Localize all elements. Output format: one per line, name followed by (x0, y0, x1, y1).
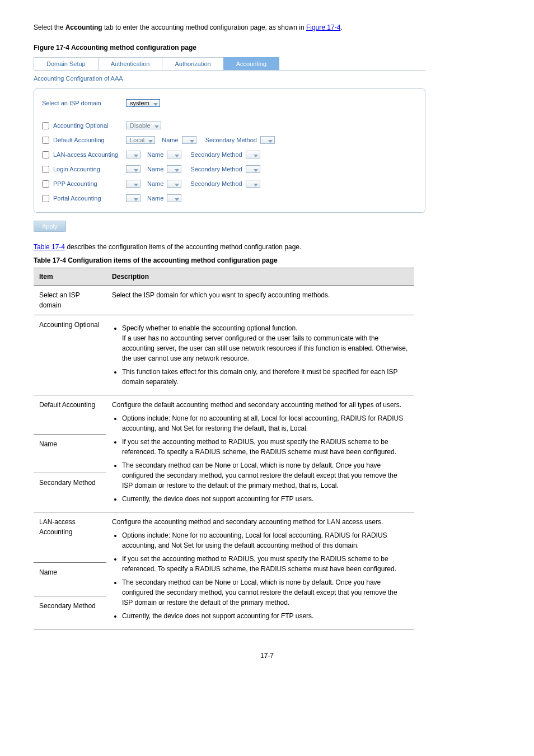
default-accounting-method-value: Local (126, 136, 155, 144)
default-accounting-secondary-label: Secondary Method (205, 137, 257, 143)
def-acct-b2: If you set the accounting method to RADI… (122, 437, 409, 457)
lan-access-secondary-select[interactable] (246, 151, 260, 158)
figure-17-4-link[interactable]: Figure 17-4 (306, 24, 340, 31)
accounting-config-screenshot: Domain Setup Authentication Authorizatio… (34, 57, 425, 232)
apply-button[interactable]: Apply (34, 221, 66, 232)
portal-accounting-input[interactable] (42, 195, 49, 202)
login-accounting-checkbox[interactable]: Login Accounting (42, 166, 126, 173)
lan-acct-b2: If you set the accounting method to RADI… (122, 554, 409, 574)
default-accounting-secondary-select[interactable] (260, 136, 275, 144)
td-accounting-optional-desc: Specify whether to enable the accounting… (106, 315, 414, 395)
intro-text: Select the Accounting tab to enter the a… (34, 22, 500, 32)
acct-opt-line1b: If a user has no accounting server confi… (122, 334, 407, 362)
table-desc-sentence: Table 17-4 describes the configuration i… (34, 243, 500, 251)
def-acct-b4: Currently, the device does not support a… (122, 494, 409, 504)
lan-access-name-label: Name (147, 151, 163, 158)
portal-accounting-name-select[interactable] (167, 194, 181, 202)
lan-acct-b1: Options include: None for no accounting,… (122, 530, 409, 550)
lan-access-accounting-label: LAN-access Accounting (53, 151, 118, 158)
lan-access-accounting-input[interactable] (42, 151, 49, 158)
ppp-accounting-secondary-label: Secondary Method (190, 180, 242, 187)
tab-domain-setup[interactable]: Domain Setup (34, 57, 99, 70)
default-accounting-checkbox[interactable]: Default Accounting (42, 137, 126, 144)
def-acct-b1: Options include: None for no accounting … (122, 413, 409, 433)
td-select-isp-domain-desc: Select the ISP domain for which you want… (106, 286, 414, 315)
default-accounting-name-select[interactable] (182, 136, 196, 144)
tab-authentication[interactable]: Authentication (98, 57, 163, 70)
portal-accounting-label: Portal Accounting (53, 195, 101, 202)
td-lan-access-accounting-desc: Configure the accounting method and seco… (106, 512, 414, 629)
login-accounting-secondary-select[interactable] (246, 165, 260, 173)
accounting-optional-input[interactable] (42, 122, 49, 129)
select-isp-domain-label: Select an ISP domain (42, 100, 101, 106)
intro-bold: Accounting (65, 24, 102, 31)
lan-access-name-select[interactable] (167, 151, 181, 158)
ppp-accounting-name-select[interactable] (167, 180, 181, 188)
def-acct-b3: The secondary method can be None or Loca… (122, 460, 409, 491)
login-accounting-method-select[interactable] (126, 165, 140, 173)
accounting-optional-value: Disable (126, 122, 161, 129)
page-number: 17-7 (34, 652, 500, 660)
ppp-accounting-method-select[interactable] (126, 180, 140, 188)
isp-domain-value: system (126, 99, 160, 107)
figure-17-4-caption: Figure 17-4 Accounting method configurat… (34, 44, 500, 52)
ppp-accounting-name-label: Name (147, 180, 163, 187)
login-accounting-label: Login Accounting (53, 166, 100, 172)
lan-access-method-select[interactable] (126, 151, 140, 158)
portal-accounting-checkbox[interactable]: Portal Accounting (42, 195, 126, 202)
lan-access-accounting-checkbox[interactable]: LAN-access Accounting (42, 151, 126, 158)
portal-accounting-method-select[interactable] (126, 194, 140, 202)
td-default-accounting: Default Accounting (34, 395, 106, 435)
th-description: Description (106, 268, 414, 286)
lan-acct-b4: Currently, the device does not support a… (122, 611, 409, 621)
table-17-4-caption: Table 17-4 Configuration items of the ac… (34, 256, 500, 264)
th-item: Item (34, 268, 106, 286)
tab-authorization[interactable]: Authorization (162, 57, 223, 70)
accounting-optional-select[interactable]: Disable (126, 122, 161, 129)
intro-before: Select the (34, 24, 65, 31)
acct-opt-line2: This function takes effect for this doma… (122, 367, 409, 387)
lan-acct-b3: The secondary method can be None or Loca… (122, 577, 409, 608)
accounting-config-box: Select an ISP domain system Accounting O… (34, 88, 425, 213)
td-lan-name: Name (34, 563, 106, 596)
lan-acct-intro: Configure the accounting method and seco… (112, 518, 383, 526)
tab-bar: Domain Setup Authentication Authorizatio… (34, 57, 425, 71)
default-accounting-method-select[interactable]: Local (126, 136, 155, 144)
td-default-secondary: Secondary Method (34, 473, 106, 512)
td-default-name: Name (34, 434, 106, 473)
def-acct-intro: Configure the default accounting method … (112, 401, 401, 409)
login-accounting-input[interactable] (42, 166, 49, 173)
portal-accounting-name-label: Name (147, 195, 163, 202)
ppp-accounting-input[interactable] (42, 180, 49, 188)
default-accounting-input[interactable] (42, 137, 49, 144)
ppp-accounting-label: PPP Accounting (53, 180, 97, 187)
config-items-table: Item Description Select an ISP domain Se… (34, 268, 414, 629)
table-desc-text: describes the configuration items of the… (67, 243, 301, 251)
login-accounting-name-select[interactable] (167, 165, 181, 173)
accounting-optional-checkbox[interactable]: Accounting Optional (42, 122, 126, 129)
lan-access-secondary-label: Secondary Method (190, 151, 242, 158)
ppp-accounting-secondary-select[interactable] (246, 180, 260, 188)
td-lan-secondary: Secondary Method (34, 596, 106, 629)
accounting-config-heading: Accounting Configuration of AAA (34, 71, 425, 87)
login-accounting-secondary-label: Secondary Method (190, 166, 242, 172)
accounting-optional-label: Accounting Optional (53, 122, 108, 129)
default-accounting-label: Default Accounting (53, 137, 105, 143)
isp-domain-select[interactable]: system (126, 99, 160, 107)
td-default-accounting-desc: Configure the default accounting method … (106, 395, 414, 512)
acct-opt-line1: Specify whether to enable the accounting… (122, 324, 298, 332)
table-17-4-link[interactable]: Table 17-4 (34, 243, 65, 251)
intro-after: . (340, 24, 342, 31)
ppp-accounting-checkbox[interactable]: PPP Accounting (42, 180, 126, 188)
tab-accounting[interactable]: Accounting (223, 57, 279, 70)
login-accounting-name-label: Name (147, 166, 163, 172)
default-accounting-name-label: Name (162, 137, 178, 143)
td-select-isp-domain: Select an ISP domain (34, 286, 106, 315)
intro-mid: tab to enter the accounting method confi… (102, 24, 306, 31)
td-lan-access-accounting: LAN-access Accounting (34, 512, 106, 563)
td-accounting-optional: Accounting Optional (34, 315, 106, 395)
